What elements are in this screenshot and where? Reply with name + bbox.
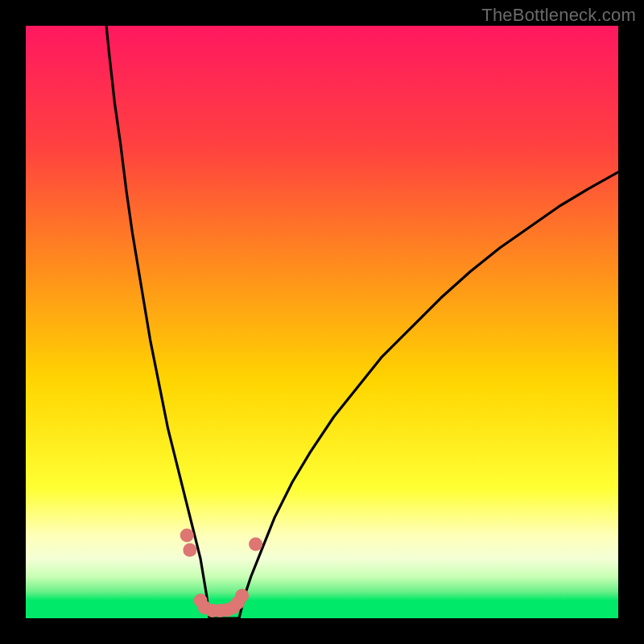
watermark-text: TheBottleneck.com — [481, 5, 636, 26]
marker-point — [180, 528, 194, 542]
gradient-background — [26, 26, 618, 618]
chart-frame: TheBottleneck.com — [0, 0, 644, 644]
marker-point — [183, 543, 196, 557]
marker-point — [249, 538, 262, 551]
plot-area — [26, 26, 618, 618]
chart-svg — [26, 26, 618, 618]
marker-point — [235, 589, 249, 603]
